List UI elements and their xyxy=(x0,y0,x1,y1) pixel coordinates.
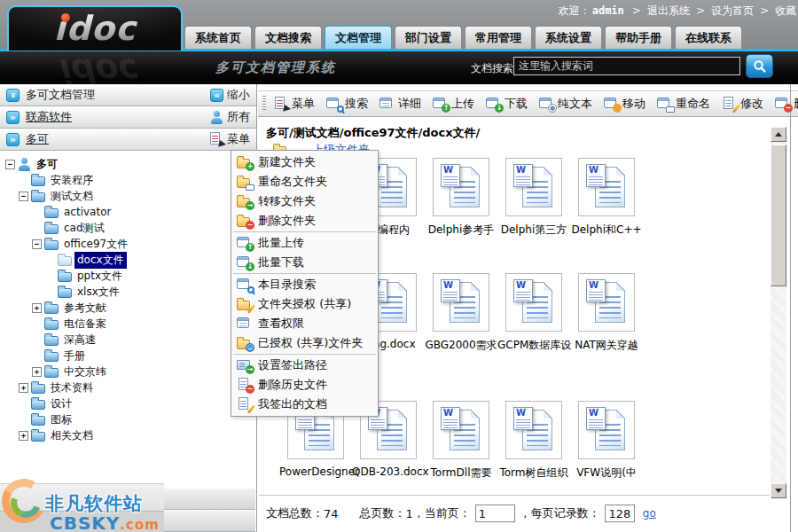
menu-item-shared-folders[interactable]: ☺已授权 (共享)文件夹 xyxy=(231,333,378,353)
tree-node[interactable]: 手册 xyxy=(0,348,255,364)
file-icon-box[interactable] xyxy=(578,273,635,332)
file-icon-box[interactable] xyxy=(505,401,562,459)
tree-node[interactable]: 图标 xyxy=(0,411,255,427)
tree-node[interactable]: −测试文档 xyxy=(0,188,255,204)
panel-title-link[interactable]: 联高软件 xyxy=(26,109,72,125)
tree-node-label[interactable]: 深高速 xyxy=(61,332,98,348)
tab-doc-manage[interactable]: 文档管理 xyxy=(325,26,392,50)
tree-node-label[interactable]: 测试文档 xyxy=(48,188,96,205)
doc-search-input[interactable] xyxy=(513,57,740,75)
tab-home[interactable]: 系统首页 xyxy=(184,26,252,50)
search-button[interactable] xyxy=(746,54,773,78)
menu-item-batch-download[interactable]: ↓批量下载 xyxy=(231,253,378,272)
file-icon-box[interactable] xyxy=(505,158,562,216)
menu-item-transfer-folder[interactable]: →转移文件夹 xyxy=(231,192,378,211)
tree-node-label[interactable]: docx文件 xyxy=(74,252,127,269)
tree-node[interactable]: 电信备案 xyxy=(0,316,255,332)
file-icon-box[interactable] xyxy=(578,401,635,459)
tab-system-settings[interactable]: 系统设置 xyxy=(535,26,602,50)
scrollbar-thumb[interactable] xyxy=(771,145,786,286)
file-icon-box[interactable] xyxy=(433,273,489,332)
tree-node-label[interactable]: office97文件 xyxy=(61,236,130,253)
sidebar-panel-duoke[interactable]: » 多可 菜单 xyxy=(0,129,256,151)
welcome-link-0[interactable]: 退出系统 xyxy=(647,4,690,17)
tree-node[interactable]: +相关文档 xyxy=(0,427,255,443)
file-icon-box[interactable] xyxy=(433,401,489,459)
tree-collapse-toggle[interactable]: − xyxy=(32,239,42,249)
tree-node-label[interactable]: pptx文件 xyxy=(74,268,125,285)
sidebar-panel-doc-manage[interactable]: « 多可文档管理 « 缩小 xyxy=(0,84,256,106)
tab-doc-search[interactable]: 文档搜索 xyxy=(254,26,322,50)
file-item[interactable]: NAT网关穿越 xyxy=(570,273,643,353)
tree-node[interactable]: cad测试 xyxy=(0,220,255,236)
tree-node[interactable]: −office97文件 xyxy=(0,236,255,252)
tree-expand-toggle[interactable]: + xyxy=(32,303,42,313)
sidebar-panel-liangao[interactable]: » 联高软件 所有 xyxy=(0,106,256,129)
tab-help-manual[interactable]: 帮助手册 xyxy=(605,26,672,50)
menu-item-view-permission[interactable]: 查看权限 xyxy=(231,314,378,333)
tree-node-label[interactable]: 安装程序 xyxy=(48,172,96,189)
tab-online-contact[interactable]: 在线联系 xyxy=(675,26,742,50)
menu-item-checkout-path[interactable]: →设置签出路径 xyxy=(231,356,378,375)
tab-dept-settings[interactable]: 部门设置 xyxy=(395,26,462,50)
menu-button[interactable]: 菜单 xyxy=(208,131,250,147)
tree-node-label[interactable]: 参考文献 xyxy=(61,300,109,317)
welcome-link-2[interactable]: 收藏 xyxy=(775,4,796,17)
collapse-button[interactable]: « 缩小 xyxy=(210,87,250,103)
go-link[interactable]: go xyxy=(643,507,656,520)
menu-item-rename-folder[interactable]: 重命名文件夹 xyxy=(231,172,378,192)
file-icon-box[interactable] xyxy=(578,158,635,216)
per-page-input[interactable] xyxy=(605,505,635,522)
tree-node[interactable]: activator xyxy=(0,204,255,220)
file-item[interactable]: Torm树自组织 xyxy=(497,401,570,481)
tree-collapse-toggle[interactable]: − xyxy=(19,192,28,201)
file-icon-box[interactable] xyxy=(433,158,489,216)
tree-node-label[interactable]: 设计 xyxy=(48,395,74,412)
file-item[interactable]: Delphi参考手 xyxy=(425,158,497,238)
panel-title-link[interactable]: 多可 xyxy=(26,131,49,147)
tree-expand-toggle[interactable]: + xyxy=(19,431,28,441)
tree-node-label[interactable]: 相关文档 xyxy=(48,427,96,444)
tree-collapse-toggle[interactable]: − xyxy=(5,160,15,169)
tree-node-label[interactable]: cad测试 xyxy=(61,220,107,237)
menu-item-dir-search[interactable]: 本目录搜索 xyxy=(231,275,378,294)
tree-node-label[interactable]: 技术资料 xyxy=(48,379,96,396)
file-item[interactable]: GBG2000需求 xyxy=(425,273,497,353)
menu-item-new-folder[interactable]: +新建文件夹 xyxy=(231,153,378,172)
tree-node[interactable]: +中交京纬 xyxy=(0,364,255,379)
sidebar-footer-bar[interactable]: » xyxy=(0,510,255,532)
tree-node-label[interactable]: 电信备案 xyxy=(61,316,109,332)
scroll-up-button[interactable] xyxy=(771,127,786,142)
file-item[interactable]: VFW说明(中 xyxy=(570,401,643,481)
tree-expand-toggle[interactable]: + xyxy=(32,367,42,377)
file-item[interactable]: Delphi第三方 xyxy=(497,158,570,238)
file-item[interactable]: TormDll需要 xyxy=(425,401,497,481)
tree-node-label[interactable]: 图标 xyxy=(48,411,74,428)
tree-node-label[interactable]: xlsx文件 xyxy=(74,284,122,301)
tree-node[interactable]: +技术资料 xyxy=(0,379,255,395)
file-item[interactable]: GCPM数据库设 xyxy=(497,273,570,353)
tree-node-label[interactable]: 手册 xyxy=(61,348,88,364)
file-icon-box[interactable] xyxy=(505,273,562,332)
tree-expand-toggle[interactable]: + xyxy=(19,383,28,393)
all-users-button[interactable]: 所有 xyxy=(210,109,250,125)
current-page-input[interactable] xyxy=(475,505,515,522)
tree-node[interactable]: 安装程序 xyxy=(0,172,255,188)
tab-common-manage[interactable]: 常用管理 xyxy=(465,26,532,50)
menu-item-remove-folder[interactable]: −删除文件夹 xyxy=(231,211,378,231)
tree-node-label[interactable]: activator xyxy=(61,205,113,219)
tree-node[interactable]: docx文件 xyxy=(0,252,255,268)
tree-node-label[interactable]: 中交京纬 xyxy=(61,364,109,380)
scroll-down-button[interactable] xyxy=(771,483,786,498)
menu-item-batch-upload[interactable]: ↑批量上传 xyxy=(231,233,378,253)
file-item[interactable]: Delphi和C++ xyxy=(570,158,643,238)
welcome-link-1[interactable]: 设为首页 xyxy=(711,4,754,17)
vertical-scrollbar[interactable] xyxy=(771,127,786,498)
tree-node[interactable]: −多可 xyxy=(0,156,255,172)
menu-item-folder-share[interactable]: 文件夹授权 (共享) xyxy=(231,294,378,314)
menu-item-my-checkout[interactable]: 我签出的文档 xyxy=(231,395,378,414)
tree-node[interactable]: +参考文献 xyxy=(0,300,255,316)
sidebar-footer-bar[interactable]: » xyxy=(0,488,255,510)
scrollbar-track[interactable] xyxy=(771,142,786,483)
tree-node-label[interactable]: 多可 xyxy=(34,156,60,173)
